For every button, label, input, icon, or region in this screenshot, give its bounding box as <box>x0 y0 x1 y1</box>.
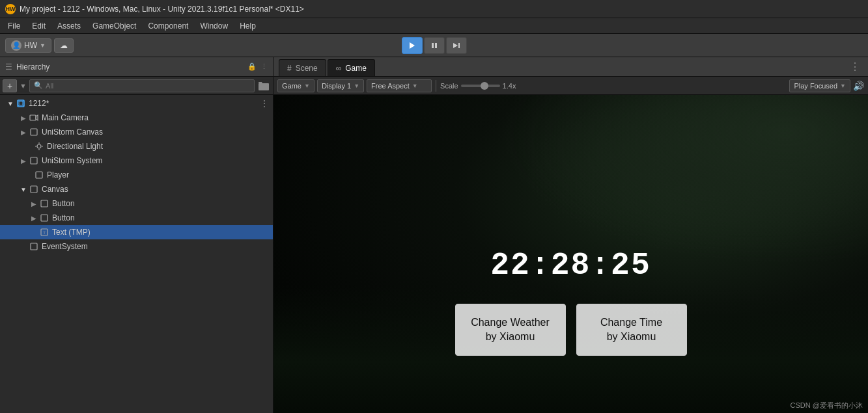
menu-file[interactable]: File <box>3 20 25 32</box>
list-item[interactable]: ▶ Player <box>0 168 273 182</box>
unity-icon: HW <box>5 4 16 14</box>
aspect-dropdown[interactable]: Free Aspect ▼ <box>367 79 432 92</box>
button1-icon <box>39 198 49 209</box>
svg-marker-3 <box>453 43 458 48</box>
eventsystem-icon <box>29 241 39 252</box>
list-item[interactable]: ▼ 1212* ⋮ <box>0 96 273 111</box>
menu-window[interactable]: Window <box>195 20 233 32</box>
tabs-bar: # Scene ∞ Game ⋮ <box>273 57 868 77</box>
scale-slider-thumb <box>481 82 488 90</box>
account-icon: 👤 <box>11 40 21 51</box>
hierarchy-header: ☰ Hierarchy 🔒 ⋮ <box>0 57 273 77</box>
svg-marker-0 <box>410 42 415 49</box>
change-time-button[interactable]: Change Timeby Xiaomu <box>576 304 687 356</box>
game-viewport: 22:28:25 Change Weatherby Xiaomu Change … <box>273 95 868 413</box>
lock-icon[interactable]: 🔒 <box>247 62 257 71</box>
search-placeholder: All <box>46 82 53 90</box>
change-weather-label: Change Weatherby Xiaomu <box>471 315 550 345</box>
list-item[interactable]: ▶ Directional Light <box>0 139 273 153</box>
scale-label: Scale <box>440 82 458 90</box>
tab-game[interactable]: ∞ Game <box>328 59 375 76</box>
list-item[interactable]: ▶ EventSystem <box>0 239 273 254</box>
menu-bar: File Edit Assets GameObject Component Wi… <box>0 18 868 34</box>
svg-rect-21 <box>36 172 42 178</box>
menu-component[interactable]: Component <box>143 20 193 32</box>
item-label: Text (TMP) <box>52 228 91 237</box>
canvas-icon <box>29 127 39 137</box>
pause-icon <box>430 42 438 49</box>
list-item[interactable]: ▼ Canvas <box>0 182 273 196</box>
hw-button[interactable]: 👤 HW ▼ <box>5 38 51 53</box>
expand-icon: ▼ <box>18 184 29 194</box>
right-panel: # Scene ∞ Game ⋮ Game ▼ Display 1 ▼ Free… <box>273 57 868 413</box>
svg-marker-13 <box>36 115 38 120</box>
toolbar-center <box>402 37 467 54</box>
item-label: Main Camera <box>42 113 89 122</box>
scene-hash-icon: # <box>287 64 292 73</box>
tab-scene[interactable]: # Scene <box>279 59 326 76</box>
step-button[interactable] <box>446 37 467 54</box>
item-label: EventSystem <box>42 242 88 251</box>
svg-rect-12 <box>30 115 36 120</box>
menu-edit[interactable]: Edit <box>27 20 51 32</box>
tabs-more-icon[interactable]: ⋮ <box>847 60 863 73</box>
play-focused-dropdown[interactable]: Play Focused ▼ <box>789 79 850 92</box>
sound-icon[interactable]: 🔊 <box>853 81 864 91</box>
expand-icon: ▶ <box>29 198 39 209</box>
game-toolbar: Game ▼ Display 1 ▼ Free Aspect ▼ Scale 1… <box>273 77 868 95</box>
item-label: Button <box>52 199 75 208</box>
item-label: 1212* <box>29 99 49 108</box>
display-dropdown-arrow: ▼ <box>354 83 359 89</box>
play-focused-arrow: ▼ <box>840 83 846 89</box>
list-item[interactable]: ▶ UniStorm Canvas <box>0 125 273 139</box>
add-hierarchy-button[interactable]: + <box>3 79 17 92</box>
scale-slider[interactable] <box>461 85 500 87</box>
svg-rect-2 <box>435 43 437 48</box>
game-dropdown[interactable]: Game ▼ <box>277 79 315 92</box>
item-label: Canvas <box>42 185 68 194</box>
window-title: My project - 1212 - Windows, Mac, Linux … <box>20 5 304 14</box>
hierarchy-more-icon[interactable]: ⋮ <box>260 62 268 71</box>
toolbar: 👤 HW ▼ ☁ <box>0 34 868 57</box>
cloud-button[interactable]: ☁ <box>54 38 74 53</box>
time-display: 22:28:25 <box>490 248 651 283</box>
svg-rect-5 <box>259 83 269 90</box>
svg-rect-22 <box>31 186 37 193</box>
svg-rect-24 <box>41 215 48 221</box>
menu-assets[interactable]: Assets <box>52 20 86 32</box>
pause-button[interactable] <box>424 37 445 54</box>
svg-rect-4 <box>458 43 460 48</box>
menu-help[interactable]: Help <box>234 20 261 32</box>
display-label: Display 1 <box>322 82 351 90</box>
list-item[interactable]: ▶ T Text (TMP) <box>0 225 273 239</box>
svg-rect-1 <box>432 43 434 48</box>
root-icon <box>16 98 26 109</box>
list-item[interactable]: ▶ UniStorm System <box>0 153 273 168</box>
hierarchy-toolbar: + ▼ 🔍 All <box>0 77 273 95</box>
system-icon <box>29 155 39 166</box>
expand-icon: ▶ <box>18 155 29 166</box>
change-weather-button[interactable]: Change Weatherby Xiaomu <box>455 304 566 356</box>
list-item[interactable]: ▶ Button <box>0 196 273 211</box>
list-item[interactable]: ▶ Main Camera <box>0 111 273 125</box>
item-label: Directional Light <box>47 142 103 151</box>
folder-icon[interactable] <box>257 79 270 92</box>
svg-text:T: T <box>43 231 46 235</box>
play-button[interactable] <box>402 37 423 54</box>
expand-icon: ▼ <box>5 98 16 109</box>
menu-gameobject[interactable]: GameObject <box>87 20 141 32</box>
search-icon: 🔍 <box>34 81 43 90</box>
main-layout: ☰ Hierarchy 🔒 ⋮ + ▼ 🔍 All ▼ 1 <box>0 57 868 413</box>
game-buttons-container: Change Weatherby Xiaomu Change Timeby Xi… <box>455 304 687 356</box>
list-item[interactable]: ▶ Button <box>0 211 273 225</box>
scale-slider-container[interactable] <box>461 85 500 87</box>
canvas-ui-icon <box>29 184 39 194</box>
cloud-icon: ☁ <box>60 41 68 50</box>
item-more-icon[interactable]: ⋮ <box>260 98 269 109</box>
aspect-label: Free Aspect <box>371 82 410 90</box>
display-dropdown[interactable]: Display 1 ▼ <box>317 79 364 92</box>
tab-game-label: Game <box>345 64 367 73</box>
light-icon <box>34 141 44 152</box>
step-icon <box>453 42 460 49</box>
search-box: 🔍 All <box>29 79 255 92</box>
